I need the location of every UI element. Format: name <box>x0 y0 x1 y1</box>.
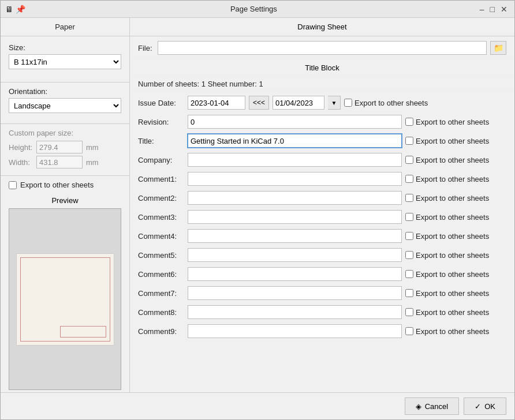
comment4-input[interactable] <box>188 229 402 243</box>
comment6-input[interactable] <box>188 267 402 281</box>
issue-date-row: Issue Date: <<< ▼ Export to other sheets <box>130 93 514 112</box>
issue-date-input[interactable] <box>188 96 245 110</box>
comment3-input[interactable] <box>188 210 402 224</box>
comment3-export-checkbox[interactable] <box>405 213 413 221</box>
maximize-button[interactable]: □ <box>488 5 497 14</box>
comment5-export-cell: Export to other sheets <box>405 251 506 260</box>
date-dropdown-button[interactable]: ▼ <box>328 96 341 110</box>
bottom-bar: ◈ Cancel ✓ OK <box>1 392 514 419</box>
minimize-button[interactable]: – <box>477 5 487 14</box>
custom-size-label: Custom paper size: <box>9 129 121 137</box>
height-unit: mm <box>86 143 99 152</box>
close-button[interactable]: ✕ <box>498 5 510 14</box>
drawing-sheet-header: Drawing Sheet <box>130 18 514 36</box>
paper-header: Paper <box>1 18 129 36</box>
preview-inner-border <box>20 257 110 342</box>
orientation-select[interactable]: Landscape Portrait <box>9 98 121 113</box>
revision-row: Revision: Export to other sheets <box>130 112 514 132</box>
date-picker-input[interactable] <box>273 96 324 110</box>
comment5-export-label: Export to other sheets <box>416 251 489 260</box>
comment8-label: Comment8: <box>138 308 184 317</box>
right-panel: Drawing Sheet File: 📁 Title Block Number… <box>130 18 514 392</box>
issue-date-export-cell: Export to other sheets <box>344 99 445 107</box>
ok-label: OK <box>484 402 495 411</box>
dialog: 🖥 📌 Page Settings – □ ✕ Paper Size: B 11… <box>0 0 515 420</box>
comment9-export-checkbox[interactable] <box>405 327 413 335</box>
preview-section: Preview <box>1 194 129 392</box>
company-export-checkbox[interactable] <box>405 156 413 164</box>
comment4-export-checkbox[interactable] <box>405 232 413 240</box>
revision-input[interactable] <box>188 115 402 129</box>
preview-box <box>9 208 121 390</box>
company-input[interactable] <box>188 153 402 167</box>
cancel-button[interactable]: ◈ Cancel <box>405 397 459 415</box>
file-input[interactable] <box>158 41 487 55</box>
paper-section: Size: B 11x17in A4 A3 Letter <box>1 36 129 82</box>
comment6-export-label: Export to other sheets <box>416 270 489 279</box>
comment1-export-label: Export to other sheets <box>416 175 489 183</box>
title-row: Title: Export to other sheets <box>130 132 514 151</box>
comment5-export-checkbox[interactable] <box>405 251 413 259</box>
cancel-label: Cancel <box>425 402 448 411</box>
title-block-header: Title Block <box>130 60 514 76</box>
date-arrow-button[interactable]: <<< <box>249 96 269 110</box>
comment5-input[interactable] <box>188 248 402 262</box>
comment9-label: Comment9: <box>138 327 184 336</box>
height-label: Height: <box>9 143 33 152</box>
comment6-row: Comment6: Export to other sheets <box>130 265 514 284</box>
revision-export-label: Export to other sheets <box>416 118 489 126</box>
comment3-label: Comment3: <box>138 213 184 222</box>
ok-icon: ✓ <box>475 402 481 411</box>
issue-date-label: Issue Date: <box>138 99 184 107</box>
orientation-section: Orientation: Landscape Portrait <box>1 82 129 124</box>
height-input[interactable] <box>36 141 83 153</box>
comment3-export-cell: Export to other sheets <box>405 213 506 222</box>
comment2-export-checkbox[interactable] <box>405 194 413 202</box>
comment2-row: Comment2: Export to other sheets <box>130 189 514 208</box>
export-checkbox-label: Export to other sheets <box>20 181 94 189</box>
title-export-checkbox[interactable] <box>405 137 413 145</box>
issue-date-export-checkbox[interactable] <box>344 99 352 107</box>
left-panel: Paper Size: B 11x17in A4 A3 Letter Orien… <box>1 18 130 392</box>
comment6-export-checkbox[interactable] <box>405 270 413 278</box>
width-unit: mm <box>86 158 99 167</box>
revision-export-cell: Export to other sheets <box>405 118 506 126</box>
comment7-export-checkbox[interactable] <box>405 289 413 297</box>
titlebar: 🖥 📌 Page Settings – □ ✕ <box>1 1 514 18</box>
comment9-row: Comment9: Export to other sheets <box>130 322 514 341</box>
comment9-export-cell: Export to other sheets <box>405 327 506 336</box>
cancel-icon: ◈ <box>416 402 421 411</box>
comment2-export-label: Export to other sheets <box>416 194 489 202</box>
comment7-input[interactable] <box>188 286 402 300</box>
export-checkbox-left[interactable] <box>9 181 17 189</box>
preview-paper <box>16 253 114 346</box>
titlebar-buttons: – □ ✕ <box>477 5 510 14</box>
comment1-input[interactable] <box>188 172 402 186</box>
comment2-label: Comment2: <box>138 194 184 202</box>
comment4-export-cell: Export to other sheets <box>405 232 506 241</box>
size-select[interactable]: B 11x17in A4 A3 Letter <box>9 54 121 69</box>
file-browse-button[interactable]: 📁 <box>490 41 506 55</box>
issue-date-export-label: Export to other sheets <box>354 99 428 107</box>
file-row: File: 📁 <box>130 36 514 60</box>
dialog-title: Page Settings <box>30 5 477 13</box>
app-icon: 🖥 <box>5 5 13 14</box>
comment8-input[interactable] <box>188 305 402 319</box>
comment9-input[interactable] <box>188 324 402 338</box>
title-input[interactable] <box>188 134 402 148</box>
company-label: Company: <box>138 156 184 164</box>
comment7-row: Comment7: Export to other sheets <box>130 284 514 303</box>
ok-button[interactable]: ✓ OK <box>464 397 506 415</box>
comment7-label: Comment7: <box>138 289 184 298</box>
company-export-label: Export to other sheets <box>416 156 489 164</box>
comment1-export-checkbox[interactable] <box>405 175 413 183</box>
comment8-export-checkbox[interactable] <box>405 308 413 316</box>
preview-header: Preview <box>9 196 121 205</box>
height-row: Height: mm <box>9 141 121 153</box>
folder-icon: 📁 <box>494 43 503 52</box>
comment2-input[interactable] <box>188 191 402 205</box>
revision-export-checkbox[interactable] <box>405 118 413 126</box>
width-input[interactable] <box>36 156 83 168</box>
comment4-label: Comment4: <box>138 232 184 241</box>
comment6-label: Comment6: <box>138 270 184 279</box>
